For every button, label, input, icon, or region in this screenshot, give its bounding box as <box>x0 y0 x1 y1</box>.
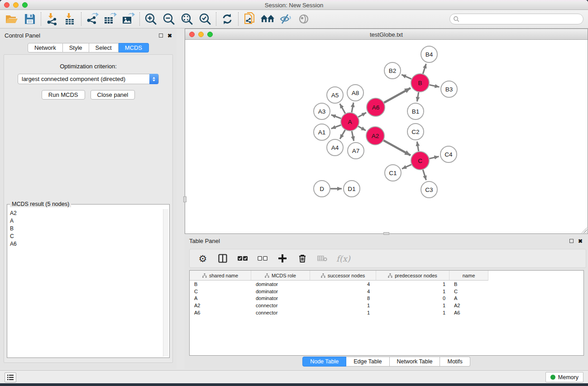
tab-node-table[interactable]: Node Table <box>302 357 346 367</box>
delete-table-button[interactable] <box>316 253 328 264</box>
graph-edge-C-C4[interactable] <box>429 157 439 159</box>
mcds-panel: Optimization criterion: largest connecte… <box>4 54 173 363</box>
home-button[interactable] <box>258 11 277 27</box>
eye-icon <box>297 13 311 25</box>
tab-style[interactable]: Style <box>63 43 89 52</box>
graph-edge-A-A1[interactable] <box>331 125 341 129</box>
criterion-dropdown[interactable]: largest connected component (directed) <box>18 74 159 84</box>
table-row[interactable]: A2connector11A2 <box>190 302 583 309</box>
open-session-button[interactable] <box>3 11 21 27</box>
graph-edge-B-B4[interactable] <box>423 64 426 74</box>
result-item[interactable]: B <box>8 224 162 232</box>
table-panel-title: Table Panel <box>189 238 220 244</box>
graph-edge-A-A3[interactable] <box>331 115 341 119</box>
column-header-successor-nodes[interactable]: successor nodes <box>310 271 376 281</box>
zoom-fit-button[interactable] <box>178 11 196 27</box>
table-row[interactable]: A6connector11A6 <box>190 309 583 316</box>
zoom-in-icon <box>144 12 158 26</box>
run-mcds-button[interactable]: Run MCDS <box>42 90 85 100</box>
graph-edge-A-A4[interactable] <box>340 130 345 139</box>
delete-table-icon <box>317 255 327 262</box>
graph-edge-C-C3[interactable] <box>423 170 426 180</box>
graph-edge-C-C2[interactable] <box>417 142 418 152</box>
close-table-panel-icon[interactable]: ✖ <box>578 238 583 244</box>
export-network-button[interactable] <box>83 11 101 27</box>
splitter-nub[interactable] <box>183 196 186 202</box>
table-row[interactable]: Bdominator41B <box>190 281 583 288</box>
graph-edge-B-B1[interactable] <box>417 92 418 102</box>
column-header-MCDS-role[interactable]: MCDS role <box>251 271 310 281</box>
save-session-button[interactable] <box>21 11 39 27</box>
float-table-panel-icon[interactable] <box>569 239 574 243</box>
cell-name: B <box>449 281 488 287</box>
zoom-out-icon <box>162 12 176 26</box>
table-panel: Table Panel ✖ ⚙ <box>185 235 588 369</box>
result-item[interactable]: A <box>8 217 162 224</box>
result-item[interactable]: A6 <box>8 240 162 248</box>
graph-edge-A-A5[interactable] <box>340 104 345 113</box>
graph-node-label: B2 <box>389 67 397 74</box>
cell-name: A <box>449 295 488 301</box>
splitter-nub[interactable] <box>383 232 389 235</box>
tab-network-table[interactable]: Network Table <box>390 357 440 367</box>
tab-mcds[interactable]: MCDS <box>119 43 149 52</box>
import-table-button[interactable] <box>61 11 79 27</box>
zoom-in-button[interactable] <box>142 11 160 27</box>
graph-edge-A2-C[interactable] <box>383 140 411 155</box>
task-history-button[interactable] <box>5 372 16 382</box>
select-all-button[interactable] <box>237 253 249 264</box>
hide-details-button[interactable] <box>277 11 295 27</box>
delete-column-button[interactable] <box>296 253 308 264</box>
result-item[interactable]: A2 <box>8 209 162 217</box>
graph-edge-A-A7[interactable] <box>352 131 354 141</box>
graph-edge-B-B3[interactable] <box>430 85 440 87</box>
memory-label: Memory <box>558 374 578 381</box>
import-network-icon <box>46 13 58 25</box>
tab-select[interactable]: Select <box>89 43 119 52</box>
import-network-button[interactable] <box>43 11 61 27</box>
function-builder-button[interactable]: f(x) <box>336 253 350 264</box>
cell-name: A6 <box>449 310 488 315</box>
control-panel: Control Panel ✖ NetworkStyleSelectMCDS O… <box>0 29 177 369</box>
dropdown-stepper-icon <box>149 74 158 84</box>
column-type-icon <box>202 273 207 278</box>
search-input[interactable] <box>449 14 583 24</box>
graph-node-label: A4 <box>331 144 339 151</box>
column-header-predecessor-nodes[interactable]: predecessor nodes <box>376 271 449 281</box>
add-column-button[interactable] <box>277 253 288 264</box>
graph-edge-A-A8[interactable] <box>352 103 354 113</box>
graph-edge-C-C1[interactable] <box>402 165 411 169</box>
column-header-name[interactable]: name <box>449 271 488 281</box>
float-panel-icon[interactable] <box>159 33 163 38</box>
column-header-shared-name[interactable]: shared name <box>190 271 251 281</box>
table-row[interactable]: Adominator80A <box>190 295 583 302</box>
graph-edge-A-A2[interactable] <box>358 126 366 130</box>
zoom-selected-button[interactable] <box>196 11 214 27</box>
tab-motifs[interactable]: Motifs <box>440 357 470 367</box>
graph-edge-A6-B[interactable] <box>384 88 411 103</box>
refresh-button[interactable] <box>218 11 236 27</box>
zoom-out-button[interactable] <box>160 11 178 27</box>
tab-edge-table[interactable]: Edge Table <box>346 357 389 367</box>
close-panel-button[interactable]: Close panel <box>91 90 135 100</box>
tab-network[interactable]: Network <box>28 43 63 52</box>
memory-status-icon <box>550 375 555 380</box>
graph-node-label: A5 <box>331 92 339 99</box>
close-panel-icon[interactable]: ✖ <box>167 33 172 38</box>
export-table-button[interactable] <box>101 11 120 27</box>
result-item[interactable]: C <box>8 232 162 240</box>
network-canvas[interactable]: B4B2BB3A8A5A6A3B1AC2A1A2A4A7C4CC1C3DD1 <box>185 40 588 234</box>
show-columns-button[interactable] <box>217 253 229 264</box>
clone-network-button[interactable] <box>240 11 258 27</box>
memory-button[interactable]: Memory <box>545 372 583 382</box>
graph-edge-A-A6[interactable] <box>358 113 366 117</box>
graph-edge-B-B2[interactable] <box>402 75 411 79</box>
export-image-button[interactable] <box>120 11 138 27</box>
table-row[interactable]: Cdominator41C <box>190 288 583 295</box>
deselect-all-button[interactable] <box>257 253 268 264</box>
table-settings-button[interactable]: ⚙ <box>197 253 209 264</box>
network-window-titlebar: testGlobe.txt <box>185 29 588 40</box>
result-scrollbar[interactable] <box>163 209 168 357</box>
show-details-button[interactable] <box>295 11 313 27</box>
zoom-selected-icon <box>198 12 212 26</box>
